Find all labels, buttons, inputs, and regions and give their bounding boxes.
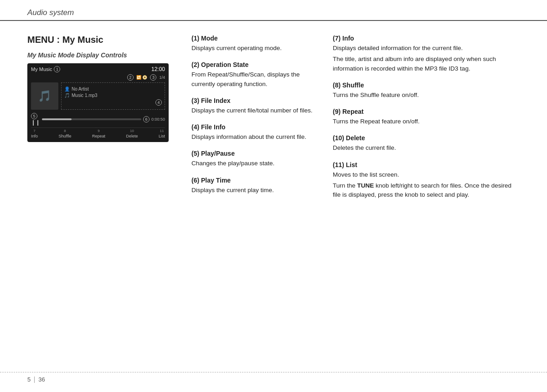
num8-label: 8 [64,129,66,133]
operation-state-label: (2) Operation State [191,61,324,68]
operation-state-text: From Repeat/Shuffle/Scan, displays the c… [191,70,324,89]
mode-label: (1) Mode [191,35,324,42]
btn-delete: 10 Delete [126,129,138,138]
list-text1: Moves to the list screen. [333,170,520,179]
repeat-text: Turns the Repeat feature on/off. [333,117,520,126]
section-subtitle: My Music Mode Display Controls [27,51,182,59]
btn10-label: Delete [126,134,138,138]
shuffle-label: (8) Shuffle [333,81,520,89]
num10-label: 10 [130,129,134,133]
btn9-label: Repeat [92,134,105,138]
info-text1: Displays detailed information for the cu… [333,44,520,53]
num4-container: 4 [64,99,162,106]
section-list: (11) List Moves to the list screen. Turn… [333,161,520,200]
file-index-text: Displays the current file/total number o… [191,106,324,115]
file-index-label: (3) File Index [191,97,324,104]
file-info-text: Displays information about the current f… [191,132,324,142]
screen-num2: 2 [127,74,134,81]
album-art: 🎵 [31,82,58,110]
mode-text: Displays current operating mode. [191,44,324,53]
play-pause-text: Changes the play/pause state. [191,159,324,168]
screen-num5: 5 [31,113,37,119]
file-info-label: (4) File Info [191,123,324,131]
page-header: Audio system [0,0,547,21]
shuffle-text: Turns the Shuffle feature on/off. [333,91,520,100]
list-text2: Turn the TUNE knob left/right to search … [333,181,520,200]
info-text2: The title, artist and album info are dis… [333,55,520,73]
progress-bar [42,118,141,120]
section-delete: (10) Delete Deletes the current file. [333,134,520,153]
list-label: (11) List [333,161,520,168]
track-info: 👤 No Artist 🎵 Music 1.mp3 4 [61,82,165,110]
section-play-time: (6) Play Time Displays the current play … [191,177,324,195]
section-shuffle: (8) Shuffle Turns the Shuffle feature on… [333,81,520,100]
footer-page-sub: 36 [38,376,45,383]
artist-name: No Artist [72,87,89,92]
screen-title-text: My Music [31,66,52,72]
progress-row: 5 ❙❙ 6 0:00:50 [31,112,165,126]
menu-title: MENU : My Music [27,35,182,45]
middle-column: (1) Mode Displays current operating mode… [182,35,324,208]
device-screen: My Music 1 12:00 2 🔁 📀 3 1/4 🎵 👤 [27,63,169,142]
delete-label: (10) Delete [333,134,520,142]
btn8-label: Shuffle [59,134,72,138]
track-artist: 👤 No Artist [64,87,162,92]
btn-shuffle: 8 Shuffle [59,129,72,138]
music-icon: 🎵 [38,90,52,102]
screen-bottom-bar: 7 Info 8 Shuffle 9 Repeat 10 Delete 11 [31,127,165,138]
play-time-label: (6) Play Time [191,177,324,184]
num7-label: 7 [33,129,35,133]
filename-text: Music 1.mp3 [72,93,98,98]
main-content: MENU : My Music My Music Mode Display Co… [0,35,547,208]
screen-top-bar: My Music 1 12:00 [31,66,165,72]
screen-row2: 2 🔁 📀 3 1/4 [31,74,165,81]
play-time-text: Displays the current play time. [191,186,324,195]
play-time: 0:00:50 [151,117,165,122]
info-label: (7) Info [333,35,520,42]
btn-repeat: 9 Repeat [92,129,105,138]
screen-num3: 3 [150,74,156,81]
page-footer: 5 36 [0,372,547,383]
page-title: Audio system [27,8,74,17]
artist-icon: 👤 [64,87,70,92]
progress-fill [42,118,72,120]
section-mode: (1) Mode Displays current operating mode… [191,35,324,53]
btn7-label: Info [31,134,38,138]
section-play-pause: (5) Play/Pause Changes the play/pause st… [191,150,324,168]
screen-num6: 6 [143,116,150,122]
num11-label: 11 [160,129,164,133]
btn-info: 7 Info [31,129,38,138]
play-pause-indicator: 5 ❙❙ [31,112,40,126]
screen-num1: 1 [54,66,60,72]
file-index-display: 1/4 [159,75,165,80]
footer-separator [34,377,35,383]
btn-list: 11 List [159,129,165,138]
note-icon: 🎵 [64,93,70,98]
play-pause-label: (5) Play/Pause [191,150,324,157]
screen-icons: 🔁 📀 [136,75,148,80]
screen-time: 12:00 [151,66,165,72]
footer-page-num: 5 [27,376,31,383]
right-column: (7) Info Displays detailed information f… [324,35,520,208]
left-column: MENU : My Music My Music Mode Display Co… [27,35,182,208]
num9-label: 9 [98,129,99,133]
screen-num4: 4 [155,99,162,106]
repeat-label: (9) Repeat [333,108,520,115]
tune-bold: TUNE [357,182,374,189]
section-repeat: (9) Repeat Turns the Repeat feature on/o… [333,108,520,126]
section-info: (7) Info Displays detailed information f… [333,35,520,73]
track-filename: 🎵 Music 1.mp3 [64,93,162,98]
section-file-info: (4) File Info Displays information about… [191,123,324,142]
section-file-index: (3) File Index Displays the current file… [191,97,324,115]
screen-title-area: My Music 1 [31,66,60,72]
btn11-label: List [159,134,165,138]
delete-text: Deletes the current file. [333,143,520,153]
screen-content: 🎵 👤 No Artist 🎵 Music 1.mp3 4 [31,82,165,110]
section-operation-state: (2) Operation State From Repeat/Shuffle/… [191,61,324,89]
